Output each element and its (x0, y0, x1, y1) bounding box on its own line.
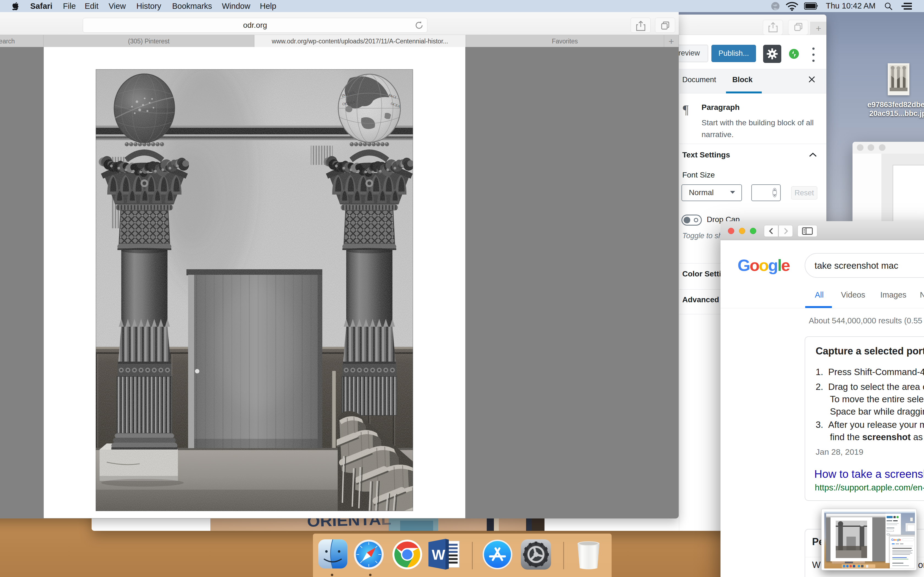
svg-text:W: W (432, 547, 446, 563)
